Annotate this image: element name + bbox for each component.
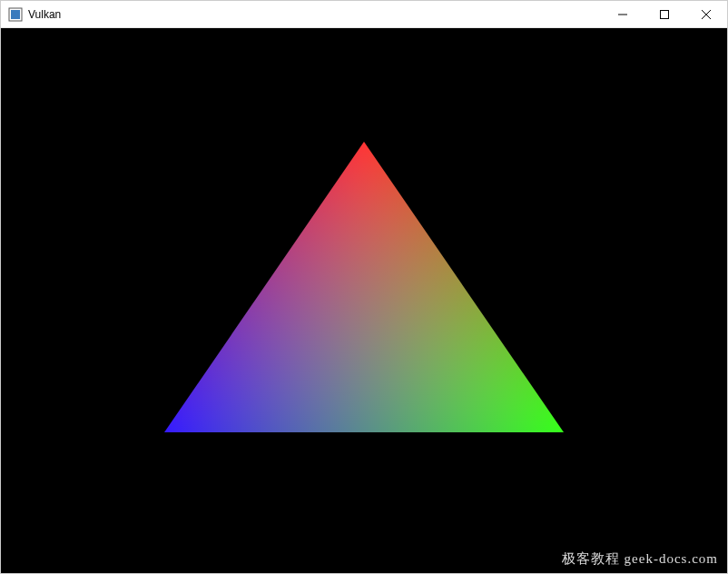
svg-rect-3 xyxy=(661,10,669,18)
close-button[interactable] xyxy=(685,1,727,27)
render-canvas: 极客教程 geek-docs.com xyxy=(1,28,727,573)
minimize-icon xyxy=(618,10,627,19)
maximize-button[interactable] xyxy=(644,1,685,27)
window-title: Vulkan xyxy=(28,8,61,21)
close-icon xyxy=(702,10,711,19)
vulkan-triangle xyxy=(1,28,727,573)
window-controls xyxy=(602,1,727,27)
minimize-button[interactable] xyxy=(602,1,644,27)
titlebar-left: Vulkan xyxy=(1,7,61,22)
svg-rect-10 xyxy=(1,28,727,573)
titlebar: Vulkan xyxy=(1,1,727,28)
svg-rect-1 xyxy=(11,10,20,19)
app-icon xyxy=(8,7,23,22)
maximize-icon xyxy=(660,10,669,19)
